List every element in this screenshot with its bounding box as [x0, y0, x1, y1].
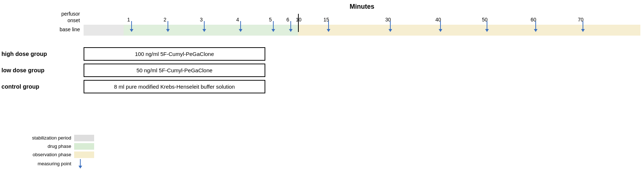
timeline-area: Minutes perfusor onset base line 1 2 3 [84, 3, 640, 47]
low-dose-box: 50 ng/ml 5F-Cumyl-PeGaClone [84, 64, 265, 77]
low-dose-label: low dose group [0, 67, 84, 74]
legend-swatch-gray [74, 135, 94, 141]
tick-10: 10 [296, 17, 302, 23]
control-box: 8 ml pure modified Krebs-Henseleit buffe… [84, 80, 265, 93]
legend-arrow-icon [79, 159, 82, 169]
main-container: Minutes perfusor onset base line 1 2 3 [0, 0, 644, 190]
arrow-30 [389, 21, 392, 32]
high-dose-label: high dose group [0, 51, 84, 57]
high-dose-box: 100 ng/ml 5F-Cumyl-PeGaClone [84, 47, 265, 61]
baseline-label: base line [4, 27, 80, 32]
legend-section: stabilization period drug phase observat… [1, 134, 94, 169]
minutes-label: Minutes [350, 3, 374, 11]
legend-swatch-yellow [74, 151, 94, 158]
group-row-control: control group 8 ml pure modified Krebs-H… [0, 80, 644, 93]
group-row-high: high dose group 100 ng/ml 5F-Cumyl-PeGaC… [0, 47, 644, 61]
legend-row-measuring: measuring point [1, 159, 94, 169]
legend-measuring-label: measuring point [1, 160, 74, 168]
arrow-2 [166, 21, 170, 32]
arrow-70 [581, 21, 585, 32]
band-yellow-observation [298, 25, 640, 36]
legend-stabilization-label: stabilization period [1, 134, 74, 142]
legend-observation-label: observation phase [1, 151, 74, 159]
control-label: control group [0, 84, 84, 90]
legend-row-observation: observation phase [1, 151, 94, 159]
arrow-4 [239, 21, 242, 32]
perfusor-label: perfusor [4, 11, 80, 17]
legend-swatch-green [74, 143, 94, 150]
arrow-40 [439, 21, 442, 32]
legend-drug-label: drug phase [1, 143, 74, 150]
arrow-1 [130, 21, 133, 32]
legend-row-stabilization: stabilization period [1, 134, 94, 142]
arrow-50 [485, 21, 489, 32]
legend-arrow-line [80, 159, 81, 166]
band-gray-stabilization [84, 25, 124, 36]
arrow-60 [534, 21, 538, 32]
legend-arrow-head [79, 166, 82, 169]
legend-row-drug: drug phase [1, 143, 94, 150]
onset-label: onset [4, 17, 80, 23]
arrow-6 [289, 21, 293, 32]
group-section: high dose group 100 ng/ml 5F-Cumyl-PeGaC… [0, 47, 644, 96]
group-row-low: low dose group 50 ng/ml 5F-Cumyl-PeGaClo… [0, 64, 644, 77]
arrow-3 [202, 21, 206, 32]
arrow-15 [327, 21, 330, 32]
arrow-5 [271, 21, 275, 32]
